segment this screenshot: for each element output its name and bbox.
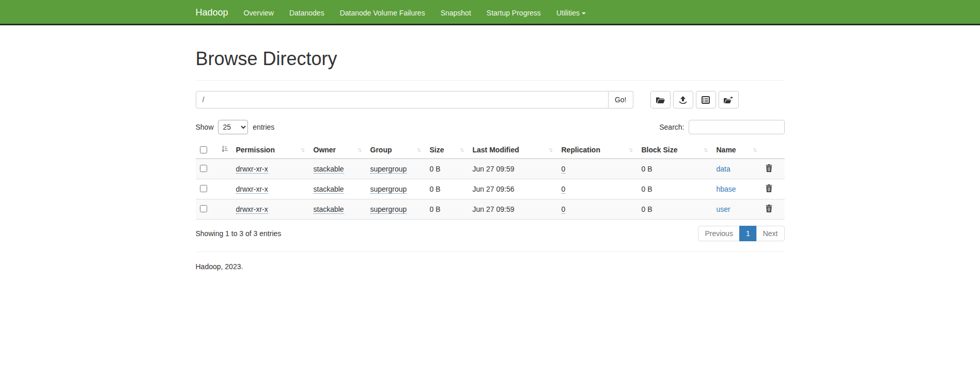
header-group[interactable]: Group↑↓ xyxy=(366,142,426,159)
pagination-page-1[interactable]: 1 xyxy=(740,226,757,241)
select-all-checkbox[interactable] xyxy=(200,146,207,153)
replication-cell[interactable]: 0 xyxy=(562,185,566,194)
table-header-row: Permission↑↓ Owner↑↓ Group↑↓ Size↑↓ Last… xyxy=(196,142,785,159)
pagination-next[interactable]: Next xyxy=(757,226,785,241)
last-modified-cell: Jun 27 09:56 xyxy=(473,185,515,193)
size-cell: 0 B xyxy=(430,185,441,193)
create-directory-button[interactable] xyxy=(650,91,671,108)
nav-item-overview[interactable]: Overview xyxy=(236,1,282,25)
table-row: drwxr-xr-x stackable supergroup 0 B Jun … xyxy=(196,179,785,199)
trash-icon[interactable] xyxy=(766,206,772,214)
divider xyxy=(196,80,785,81)
chevron-down-icon xyxy=(582,12,586,14)
page-length-select[interactable]: 25 xyxy=(218,120,248,134)
pagination-previous[interactable]: Previous xyxy=(698,226,739,241)
size-cell: 0 B xyxy=(430,205,441,213)
path-input-group: Go! xyxy=(196,91,633,108)
sort-icon: ↑↓ xyxy=(629,146,633,153)
sort-ascending-icon[interactable] xyxy=(221,146,228,154)
directory-link[interactable]: data xyxy=(717,165,730,173)
header-permission[interactable]: Permission↑↓ xyxy=(232,142,309,159)
header-select-all xyxy=(196,142,232,159)
table-info: Showing 1 to 3 of 3 entries xyxy=(196,229,282,238)
folder-open-icon xyxy=(656,96,665,104)
show-label: Show xyxy=(196,123,214,131)
header-size[interactable]: Size↑↓ xyxy=(426,142,469,159)
permission-cell[interactable]: drwxr-xr-x xyxy=(236,205,268,214)
table-search-control: Search: xyxy=(659,120,784,134)
pagination: Previous 1 Next xyxy=(698,226,784,241)
page-length-control: Show 25 entries xyxy=(196,120,275,134)
last-modified-cell: Jun 27 09:59 xyxy=(473,205,515,213)
header-owner[interactable]: Owner↑↓ xyxy=(309,142,366,159)
sort-icon: ↑↓ xyxy=(357,146,362,153)
block-size-cell: 0 B xyxy=(642,205,652,213)
sort-icon: ↑↓ xyxy=(704,146,708,153)
permission-cell[interactable]: drwxr-xr-x xyxy=(236,165,268,174)
nav-item-snapshot[interactable]: Snapshot xyxy=(433,1,479,25)
permission-cell[interactable]: drwxr-xr-x xyxy=(236,185,268,194)
navbar-brand[interactable]: Hadoop xyxy=(196,7,236,18)
table-row: drwxr-xr-x stackable supergroup 0 B Jun … xyxy=(196,199,785,220)
page-title: Browse Directory xyxy=(196,48,785,70)
folder-move-icon xyxy=(724,96,733,104)
sort-icon: ↑↓ xyxy=(301,146,305,153)
file-list-button[interactable] xyxy=(696,91,716,108)
navbar: Hadoop Overview Datanodes Datanode Volum… xyxy=(0,0,980,25)
path-input[interactable] xyxy=(196,91,609,108)
group-cell[interactable]: supergroup xyxy=(370,205,407,214)
group-cell[interactable]: supergroup xyxy=(370,185,407,194)
directory-link[interactable]: user xyxy=(717,205,730,213)
block-size-cell: 0 B xyxy=(642,185,652,193)
directory-toolbar xyxy=(650,91,739,108)
size-cell: 0 B xyxy=(430,165,441,173)
row-checkbox[interactable] xyxy=(200,185,207,192)
table-row: drwxr-xr-x stackable supergroup 0 B Jun … xyxy=(196,159,785,179)
directory-link[interactable]: hbase xyxy=(717,185,736,193)
replication-cell[interactable]: 0 xyxy=(562,205,566,214)
replication-cell[interactable]: 0 xyxy=(562,165,566,174)
navbar-menu: Overview Datanodes Datanode Volume Failu… xyxy=(236,1,594,25)
sort-icon: ↑↓ xyxy=(460,146,464,153)
nav-item-datanodes[interactable]: Datanodes xyxy=(282,1,332,25)
last-modified-cell: Jun 27 09:59 xyxy=(473,165,515,173)
move-to-trash-button[interactable] xyxy=(719,91,739,108)
trash-icon[interactable] xyxy=(766,165,772,174)
entries-label: entries xyxy=(253,123,274,131)
list-alt-icon xyxy=(702,96,710,104)
go-button[interactable]: Go! xyxy=(609,91,633,108)
header-replication[interactable]: Replication↑↓ xyxy=(557,142,637,159)
owner-cell[interactable]: stackable xyxy=(314,165,344,174)
row-checkbox[interactable] xyxy=(200,165,207,172)
site-footer: Hadoop, 2023. xyxy=(196,252,785,271)
nav-item-datanode-volume-failures[interactable]: Datanode Volume Failures xyxy=(332,1,433,25)
search-input[interactable] xyxy=(689,120,785,134)
owner-cell[interactable]: stackable xyxy=(314,205,344,214)
block-size-cell: 0 B xyxy=(642,165,652,173)
cloud-upload-icon xyxy=(679,96,687,104)
header-block-size[interactable]: Block Size↑↓ xyxy=(637,142,712,159)
row-checkbox[interactable] xyxy=(200,205,207,212)
upload-files-button[interactable] xyxy=(673,91,693,108)
sort-icon: ↑↓ xyxy=(753,146,757,153)
group-cell[interactable]: supergroup xyxy=(370,165,407,174)
sort-icon: ↑↓ xyxy=(417,146,422,153)
nav-item-utilities[interactable]: Utilities xyxy=(549,1,594,25)
header-name[interactable]: Name↑↓ xyxy=(712,142,761,159)
sort-icon: ↑↓ xyxy=(549,146,553,153)
footer-divider xyxy=(196,252,785,252)
nav-item-startup-progress[interactable]: Startup Progress xyxy=(479,1,549,25)
search-label: Search: xyxy=(659,123,684,131)
directory-table: Permission↑↓ Owner↑↓ Group↑↓ Size↑↓ Last… xyxy=(196,142,785,220)
trash-icon[interactable] xyxy=(766,185,772,194)
owner-cell[interactable]: stackable xyxy=(314,185,344,194)
footer-text: Hadoop, 2023. xyxy=(196,262,785,271)
header-last-modified[interactable]: Last Modified↑↓ xyxy=(469,142,557,159)
header-actions xyxy=(761,142,785,159)
